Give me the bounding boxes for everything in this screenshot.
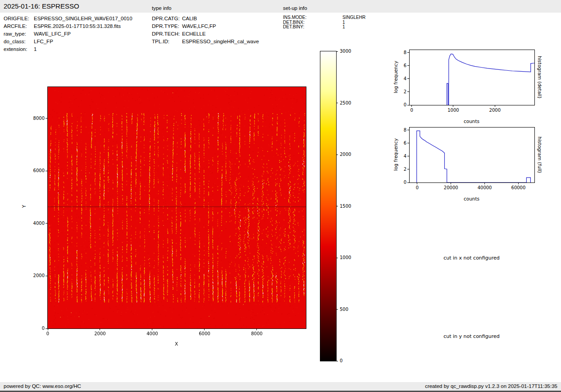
kv-value: ESPRESSO_SINGLEHR_WAVE017_0010 xyxy=(34,15,132,23)
x-tick-label: 1000 xyxy=(442,108,465,113)
y-tickmark xyxy=(46,276,47,276)
colorbar-tick-label: 2000 xyxy=(340,152,358,157)
kv-row-arcfile: ARCFILE: ESPRE.2025-01-17T10:55:31.328.f… xyxy=(4,23,132,30)
cut-y-message: cut in y not configured xyxy=(409,333,534,339)
footer-credit-left: powered by QC: www.eso.org/HC xyxy=(4,383,81,389)
y-tick-label: 6000 xyxy=(32,168,45,173)
y-tickmark xyxy=(407,78,409,79)
x-tickmark xyxy=(48,328,48,330)
kv-row-origfile: ORIGFILE: ESPRESSO_SINGLEHR_WAVE017_0010 xyxy=(4,15,132,23)
x-tick-label: 8000 xyxy=(246,331,268,336)
footer-bar: powered by QC: www.eso.org/HC created by… xyxy=(0,382,561,391)
y-tick-label: 8000 xyxy=(32,116,45,121)
x-tickmark xyxy=(204,328,205,330)
histogram_full-svg xyxy=(410,128,534,182)
kv-label: do_class: xyxy=(4,38,34,46)
x-tick-label: 0 xyxy=(401,108,423,113)
y-tickmark xyxy=(46,328,47,329)
histogram-full-xlabel: counts xyxy=(409,196,534,201)
y-tickmark xyxy=(407,182,409,183)
x-tickmark xyxy=(484,182,485,184)
kv-row-raw-type: raw_type: WAVE_LFC_FP xyxy=(4,30,132,38)
kv-label: DPR.TYPE: xyxy=(152,23,182,30)
x-tickmark xyxy=(451,182,451,184)
kv-value: ECHELLE xyxy=(182,30,205,38)
y-tickmark xyxy=(407,156,409,156)
x-tickmark xyxy=(256,328,257,330)
raw-image-plot: 0200040006000800002000400060008000 xyxy=(47,87,306,329)
y-tickmark xyxy=(407,105,409,105)
histogram-detail-side-label: histogram (detail) xyxy=(536,50,543,105)
x-tick-label: 2000 xyxy=(483,108,506,113)
kv-label: DET.BINY: xyxy=(283,25,342,30)
kv-label: DPR.TECH: xyxy=(152,30,182,38)
x-axis-label: X xyxy=(47,341,306,346)
y-tickmark xyxy=(46,223,47,223)
kv-value: CALIB xyxy=(182,15,197,23)
x-tick-label: 0 xyxy=(406,185,429,190)
qc-report-page: 2025-01-16: ESPRESSO type info set-up in… xyxy=(0,0,561,392)
type-info-section-label: type info xyxy=(152,5,171,11)
histogram-line xyxy=(417,131,531,182)
x-tickmark xyxy=(518,182,519,184)
kv-row-ins-mode: INS.MODE: SINGLEHR xyxy=(283,15,365,20)
kv-row-do-class: do_class: LFC_FP xyxy=(4,38,132,46)
kv-value: ESPRESSO_singleHR_cal_wave xyxy=(182,38,259,46)
histogram-detail-ylabel: log frequency xyxy=(393,50,399,105)
colorbar-tick-label: 3000 xyxy=(340,49,358,54)
colorbar-tickmark xyxy=(336,103,338,103)
colorbar-tickmark xyxy=(336,309,338,310)
kv-value: 1 xyxy=(34,46,36,53)
y-tickmark xyxy=(407,91,409,92)
raw-image-canvas xyxy=(48,87,306,328)
kv-label: ARCFILE: xyxy=(4,23,34,30)
x-tickmark xyxy=(152,328,152,330)
histogram-detail-plot: 01000200002468 xyxy=(409,50,535,105)
histogram_detail-svg xyxy=(410,50,534,105)
histogram-line xyxy=(447,54,534,105)
colorbar-tickmark xyxy=(336,258,338,258)
file-info-block: ORIGFILE: ESPRESSO_SINGLEHR_WAVE017_0010… xyxy=(4,15,132,53)
kv-value: 1 xyxy=(342,25,345,30)
kv-label: raw_type: xyxy=(4,30,34,38)
kv-label: ORIGFILE: xyxy=(4,15,34,23)
kv-label: TPL.ID: xyxy=(152,38,182,46)
header-bar: 2025-01-16: ESPRESSO type info set-up in… xyxy=(0,0,561,13)
kv-value: SINGLEHR xyxy=(342,15,365,20)
kv-label: extension: xyxy=(4,46,34,53)
x-tick-label: 6000 xyxy=(193,331,216,336)
colorbar-tickmark xyxy=(336,206,338,206)
x-tickmark xyxy=(495,105,495,107)
kv-row-dpr-type: DPR.TYPE: WAVE,LFC,FP xyxy=(152,23,259,30)
y-tickmark xyxy=(407,143,409,143)
histogram-full-side-label: histogram (full) xyxy=(536,127,543,182)
kv-row-det-biny: DET.BINY: 1 xyxy=(283,25,365,30)
y-tick-label: 0 xyxy=(32,326,45,331)
kv-value: ESPRE.2025-01-17T10:55:31.328.fits xyxy=(34,23,121,30)
kv-row-dpr-catg: DPR.CATG: CALIB xyxy=(152,15,259,23)
page-title: 2025-01-16: ESPRESSO xyxy=(4,2,79,10)
kv-label: INS.MODE: xyxy=(283,15,342,20)
x-tickmark xyxy=(100,328,100,330)
x-tickmark xyxy=(411,105,412,107)
histogram-full-plot: 020000400006000002468 xyxy=(409,127,535,183)
colorbar-tick-label: 0 xyxy=(340,358,358,363)
y-tickmark xyxy=(407,52,409,53)
x-tick-label: 0 xyxy=(36,331,59,336)
y-tickmark xyxy=(407,169,409,169)
colorbar: 050010001500200025003000 xyxy=(320,51,337,361)
x-tick-label: 60000 xyxy=(507,185,529,190)
histogram-detail-xlabel: counts xyxy=(409,119,534,124)
colorbar-tick-label: 2500 xyxy=(340,100,358,105)
y-tickmark xyxy=(407,65,409,66)
x-tickmark xyxy=(417,182,417,184)
y-tickmark xyxy=(46,171,47,171)
colorbar-tickmark xyxy=(336,155,338,155)
kv-label: DPR.CATG: xyxy=(152,15,182,23)
x-tick-label: 20000 xyxy=(440,185,462,190)
kv-row-dpr-tech: DPR.TECH: ECHELLE xyxy=(152,30,259,38)
kv-row-tpl-id: TPL.ID: ESPRESSO_singleHR_cal_wave xyxy=(152,38,259,46)
colorbar-tick-label: 1000 xyxy=(340,255,358,260)
colorbar-tick-label: 500 xyxy=(340,307,358,312)
type-info-block: DPR.CATG: CALIB DPR.TYPE: WAVE,LFC,FP DP… xyxy=(152,15,259,46)
